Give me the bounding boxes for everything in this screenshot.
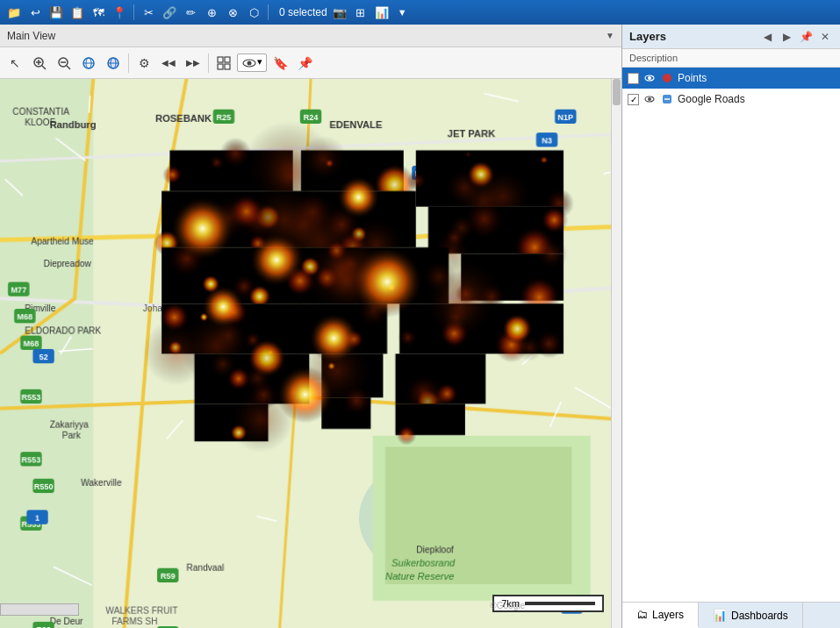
bottom-tabs: 🗂 Layers 📊 Dashboards (622, 602, 840, 628)
layer-checkbox-points[interactable]: ✓ (628, 73, 639, 84)
toolbar-icon-12[interactable]: ⬡ (245, 4, 262, 21)
navigate-back-button[interactable]: ◀◀ (157, 52, 180, 75)
tab-dashboards-icon: 📊 (713, 609, 727, 622)
svg-point-18 (248, 61, 252, 65)
select-tool-button[interactable]: ↖ (4, 52, 26, 75)
layer-eye-icon-google-roads (643, 92, 657, 106)
svg-rect-13 (218, 57, 223, 62)
tab-dashboards-label: Dashboards (731, 610, 788, 622)
pin-panel-icon[interactable]: 📌 (798, 29, 814, 45)
map-toolbar-sep-2 (208, 54, 209, 73)
svg-rect-14 (225, 57, 230, 62)
svg-rect-16 (225, 64, 230, 69)
toolbar-separator-2 (268, 4, 269, 20)
grid-button[interactable] (212, 52, 235, 75)
map-container[interactable]: 7km ©Google (0, 79, 621, 628)
map-thumbnail (0, 603, 79, 616)
settings-button[interactable]: ⚙ (133, 52, 155, 75)
left-panel: Main View ▼ ↖ ⚙ ◀◀ ▶▶ (0, 25, 622, 628)
layer-name-points: Points (678, 72, 707, 84)
toolbar-icon-2[interactable]: ↩ (26, 4, 44, 21)
google-watermark: ©Google (490, 601, 525, 610)
toolbar-icon-15[interactable]: 📊 (373, 4, 391, 21)
zoom-out-button[interactable] (53, 52, 75, 75)
layers-panel-header-icons: ◀ ▶ 📌 ✕ (759, 29, 833, 45)
nav-forward-icon[interactable]: ▶ (779, 29, 794, 45)
globe-button-1[interactable] (77, 52, 100, 75)
eye-dropdown-button[interactable]: ▾ (237, 54, 267, 71)
layer-item-points[interactable]: ✓ Points (622, 68, 840, 89)
layers-panel-content: Description ✓ Points ✓ (622, 49, 840, 602)
toolbar-icon-10[interactable]: ⊕ (203, 4, 220, 21)
selected-count-label: 0 selected (279, 6, 327, 18)
zoom-in-button[interactable] (28, 52, 51, 75)
layer-type-icon-points (660, 71, 674, 85)
right-panel: Layers ◀ ▶ 📌 ✕ Description ✓ (622, 25, 840, 628)
globe-button-2[interactable] (102, 52, 125, 75)
layers-description-header: Description (622, 49, 840, 68)
pin-button[interactable]: 📌 (293, 52, 316, 75)
toolbar-icon-7[interactable]: ✂ (140, 4, 157, 21)
layer-name-google-roads: Google Roads (678, 93, 745, 105)
nav-back-icon[interactable]: ◀ (759, 29, 775, 45)
toolbar-separator-1 (133, 4, 134, 20)
view-title: Main View (7, 30, 55, 42)
map-scrollbar-vertical[interactable] (611, 79, 621, 628)
layer-item-google-roads[interactable]: ✓ Google Roads (622, 89, 840, 110)
map-toolbar-sep-1 (128, 54, 129, 73)
map-canvas (0, 79, 621, 628)
toolbar-icon-11[interactable]: ⊗ (224, 4, 241, 21)
view-dropdown[interactable]: ▼ (606, 31, 614, 40)
svg-point-23 (648, 97, 651, 101)
toolbar-icon-9[interactable]: ✏ (182, 4, 199, 21)
toolbar-icon-14[interactable]: ⊞ (352, 4, 370, 21)
tab-layers[interactable]: 🗂 Layers (622, 603, 699, 628)
toolbar-icon-4[interactable]: 📋 (68, 4, 86, 21)
navigate-forward-button[interactable]: ▶▶ (182, 52, 205, 75)
map-toolbar: ↖ ⚙ ◀◀ ▶▶ ▾ 🔖 📌 (0, 47, 621, 79)
toolbar-icon-8[interactable]: 🔗 (161, 4, 178, 21)
layer-eye-icon-points (643, 71, 657, 85)
toolbar-icon-1[interactable]: 📁 (5, 4, 23, 21)
toolbar-dropdown[interactable]: ▼ (398, 7, 407, 18)
main-layout: Main View ▼ ↖ ⚙ ◀◀ ▶▶ (0, 25, 840, 628)
svg-point-21 (663, 74, 671, 82)
bookmark-button[interactable]: 🔖 (269, 52, 291, 75)
layers-panel-title: Layers (629, 30, 666, 43)
close-panel-icon[interactable]: ✕ (817, 29, 833, 45)
layer-checkbox-google-roads[interactable]: ✓ (628, 94, 639, 105)
svg-line-5 (67, 66, 70, 69)
svg-point-20 (648, 76, 651, 80)
tab-layers-label: Layers (652, 609, 684, 621)
toolbar-icon-3[interactable]: 💾 (47, 4, 65, 21)
scale-line (525, 602, 595, 605)
top-toolbar: 📁 ↩ 💾 📋 🗺 📍 ✂ 🔗 ✏ ⊕ ⊗ ⬡ 0 selected 📷 ⊞ 📊… (0, 0, 840, 25)
tab-layers-icon: 🗂 (636, 608, 648, 621)
svg-rect-15 (218, 64, 223, 69)
toolbar-icon-13[interactable]: 📷 (331, 4, 348, 21)
toolbar-icon-5[interactable]: 🗺 (90, 4, 107, 21)
tab-dashboards[interactable]: 📊 Dashboards (699, 603, 803, 628)
layer-type-icon-google-roads (660, 92, 674, 106)
toolbar-icon-6[interactable]: 📍 (111, 4, 128, 21)
view-header: Main View ▼ (0, 25, 621, 47)
map-scrollbar-v-thumb[interactable] (613, 79, 621, 105)
layers-panel-header: Layers ◀ ▶ 📌 ✕ (622, 25, 840, 49)
svg-line-1 (42, 66, 46, 69)
